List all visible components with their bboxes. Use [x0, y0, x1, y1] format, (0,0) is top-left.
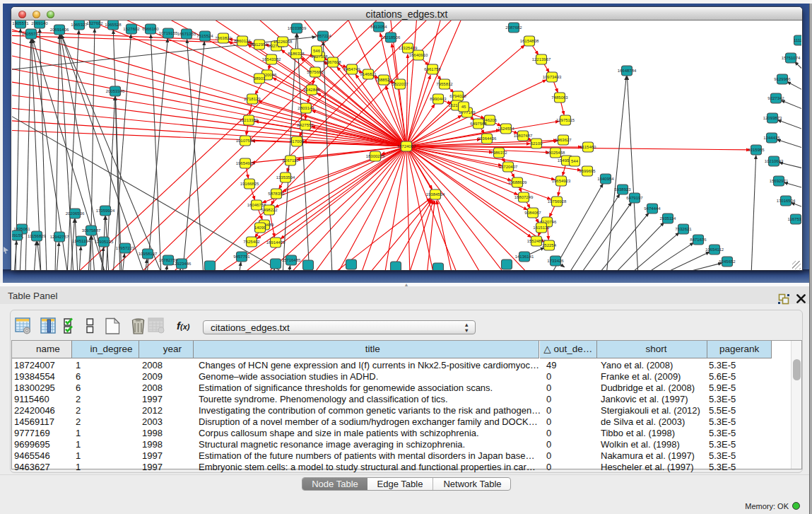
- svg-text:1167531: 1167531: [788, 217, 801, 221]
- svg-text:5878352: 5878352: [268, 192, 285, 196]
- svg-text:9129966: 9129966: [774, 77, 791, 81]
- svg-text:62100: 62100: [531, 141, 543, 146]
- svg-text:544: 544: [571, 159, 579, 163]
- svg-text:12975115: 12975115: [556, 118, 575, 122]
- svg-text:12213389: 12213389: [240, 118, 259, 122]
- svg-text:1065528: 1065528: [105, 23, 122, 27]
- svg-text:6479197: 6479197: [626, 196, 643, 200]
- svg-text:7986372: 7986372: [490, 151, 507, 155]
- svg-text:1244415: 1244415: [763, 136, 780, 140]
- svg-text:16046758: 16046758: [247, 203, 266, 207]
- svg-text:14136141: 14136141: [515, 255, 534, 259]
- svg-text:7955812: 7955812: [436, 82, 453, 86]
- svg-text:19654925: 19654925: [236, 161, 255, 165]
- svg-text:16648784: 16648784: [618, 69, 637, 73]
- svg-text:15226058: 15226058: [273, 40, 293, 44]
- svg-text:16640910: 16640910: [409, 53, 428, 57]
- svg-text:16671355: 16671355: [177, 32, 196, 36]
- svg-text:11156829: 11156829: [28, 234, 46, 238]
- svg-text:8186328: 8186328: [288, 52, 305, 56]
- svg-text:9084067: 9084067: [524, 211, 541, 215]
- svg-text:9115460: 9115460: [580, 145, 597, 149]
- svg-text:8860124: 8860124: [234, 39, 251, 43]
- svg-text:20206536: 20206536: [66, 211, 85, 216]
- svg-text:252254: 252254: [542, 243, 557, 247]
- svg-text:1640954: 1640954: [597, 177, 614, 181]
- svg-text:8990443: 8990443: [430, 97, 447, 101]
- svg-text:2367608: 2367608: [324, 60, 341, 64]
- svg-text:1624554: 1624554: [498, 127, 514, 131]
- svg-text:1527602: 1527602: [86, 21, 103, 25]
- svg-text:9227342: 9227342: [767, 96, 784, 100]
- svg-text:15692971: 15692971: [770, 179, 789, 183]
- svg-text:2087682: 2087682: [505, 25, 522, 30]
- svg-text:45: 45: [461, 105, 466, 109]
- svg-text:12213967: 12213967: [532, 57, 551, 62]
- svg-text:14099: 14099: [254, 226, 266, 230]
- svg-text:1065327: 1065327: [71, 23, 88, 27]
- svg-text:11451194: 11451194: [72, 239, 90, 243]
- svg-text:7663822: 7663822: [215, 36, 232, 40]
- svg-text:20053346: 20053346: [106, 89, 125, 93]
- svg-text:16154808: 16154808: [520, 39, 539, 43]
- svg-text:14055712: 14055712: [22, 32, 41, 36]
- svg-text:10958107: 10958107: [139, 252, 158, 256]
- svg-text:15720407: 15720407: [499, 165, 518, 169]
- svg-text:20691406: 20691406: [50, 28, 69, 32]
- svg-text:13353594: 13353594: [276, 175, 295, 180]
- svg-text:10025458: 10025458: [546, 151, 565, 155]
- svg-text:6966160: 6966160: [142, 27, 159, 31]
- svg-text:8427552: 8427552: [297, 123, 314, 127]
- svg-text:10807487: 10807487: [514, 134, 533, 138]
- svg-text:8471676: 8471676: [690, 238, 707, 242]
- svg-text:5498222: 5498222: [261, 208, 278, 212]
- svg-text:1588520: 1588520: [375, 78, 392, 82]
- svg-text:9699695: 9699695: [579, 169, 596, 173]
- svg-text:8912954: 8912954: [251, 42, 268, 47]
- svg-text:16782759: 16782759: [159, 258, 178, 262]
- svg-text:5875685: 5875685: [307, 70, 324, 74]
- svg-text:546: 546: [313, 49, 321, 53]
- svg-text:10210643: 10210643: [765, 159, 784, 163]
- svg-text:7857224: 7857224: [314, 34, 331, 38]
- svg-text:9463627: 9463627: [555, 138, 572, 142]
- svg-text:17016504: 17016504: [777, 199, 796, 203]
- svg-text:1527602: 1527602: [123, 27, 140, 31]
- svg-text:2718129: 2718129: [244, 97, 261, 101]
- svg-text:8813054: 8813054: [370, 25, 387, 29]
- svg-text:18807249: 18807249: [514, 195, 534, 199]
- svg-text:15716485: 15716485: [282, 258, 301, 262]
- svg-text:7625402: 7625402: [243, 240, 260, 244]
- svg-text:18724007: 18724007: [397, 144, 416, 148]
- svg-text:17957223: 17957223: [116, 246, 135, 250]
- svg-text:12905135: 12905135: [95, 240, 114, 244]
- svg-text:12942757: 12942757: [50, 235, 69, 239]
- svg-text:17359924: 17359924: [96, 209, 115, 213]
- svg-text:2069140: 2069140: [31, 21, 48, 25]
- svg-text:19166825: 19166825: [240, 182, 259, 186]
- svg-text:1615132: 1615132: [533, 226, 550, 230]
- svg-text:19218506: 19218506: [382, 35, 401, 40]
- svg-text:3215955: 3215955: [748, 148, 765, 152]
- svg-text:7632621: 7632621: [675, 227, 692, 231]
- svg-text:8267110: 8267110: [283, 158, 300, 163]
- svg-text:5822037: 5822037: [392, 82, 408, 86]
- svg-text:9245652: 9245652: [719, 259, 736, 264]
- svg-text:5938923: 5938923: [614, 187, 631, 192]
- svg-text:18300275: 18300275: [366, 154, 385, 158]
- svg-text:9474444: 9474444: [644, 206, 661, 211]
- svg-text:6497568: 6497568: [470, 122, 487, 126]
- svg-text:10107554: 10107554: [236, 139, 255, 143]
- svg-text:6961758: 6961758: [424, 67, 441, 71]
- svg-text:9457791: 9457791: [233, 255, 250, 259]
- svg-text:16033809: 16033809: [288, 26, 307, 30]
- svg-text:19654923: 19654923: [552, 179, 571, 183]
- svg-text:10973493: 10973493: [543, 75, 562, 79]
- svg-text:19384554: 19384554: [426, 192, 445, 197]
- svg-text:1905571: 1905571: [12, 21, 29, 25]
- svg-text:7485063: 7485063: [551, 95, 568, 100]
- svg-text:15751074: 15751074: [782, 56, 801, 60]
- svg-text:6794028: 6794028: [449, 94, 466, 98]
- svg-text:13325419: 13325419: [399, 46, 418, 50]
- svg-text:10719155: 10719155: [159, 31, 178, 35]
